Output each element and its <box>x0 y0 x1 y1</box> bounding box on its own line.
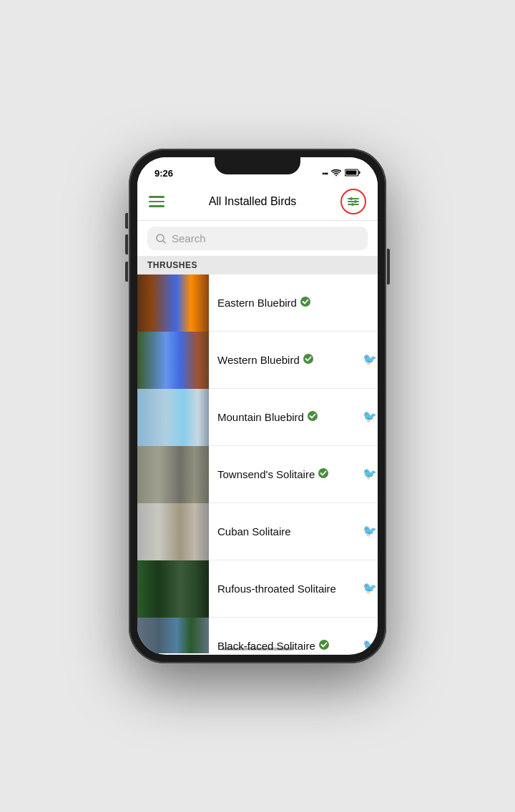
bird-info: Eastern Bluebird <box>209 274 378 331</box>
status-icons: ▪▪▪ <box>322 167 360 179</box>
bird-list-item[interactable]: Rufous-throated Solitaire 🐦 <box>137 560 378 618</box>
svg-point-9 <box>319 640 329 650</box>
search-input[interactable]: Search <box>172 232 206 244</box>
bird-name: Eastern Bluebird <box>217 297 297 309</box>
bird-name: Townsend's Solitaire <box>217 468 315 480</box>
bird-info: Rufous-throated Solitaire <box>209 560 378 617</box>
svg-point-5 <box>300 297 310 307</box>
bird-list-item[interactable]: Eastern Bluebird <box>137 274 378 332</box>
scroll-bird-icon: 🐦 <box>363 410 376 425</box>
bird-image <box>137 618 209 653</box>
bird-name: Western Bluebird <box>217 354 300 366</box>
bird-info: Western Bluebird <box>209 332 378 388</box>
bird-image <box>137 332 209 389</box>
menu-line-1 <box>149 196 165 198</box>
bird-name: Rufous-throated Solitaire <box>217 583 336 595</box>
bird-image <box>137 446 209 503</box>
installed-icon <box>318 639 330 653</box>
filter-line-1 <box>348 198 359 199</box>
menu-button[interactable] <box>149 196 165 207</box>
scroll-bird-icon: 🐦 <box>363 467 376 482</box>
bird-image <box>137 503 209 560</box>
search-bar[interactable]: Search <box>147 227 368 250</box>
page-title: All Installed Birds <box>209 195 297 208</box>
installed-icon <box>303 353 314 367</box>
svg-point-6 <box>303 354 313 364</box>
filter-icon <box>348 198 359 205</box>
search-icon <box>156 234 166 244</box>
home-indicator <box>222 648 293 650</box>
status-time: 9:26 <box>154 168 173 179</box>
svg-rect-1 <box>359 172 360 174</box>
notch <box>215 157 300 174</box>
installed-icon <box>300 296 311 310</box>
bird-list-item[interactable]: Mountain Bluebird 🐦 <box>137 389 378 446</box>
bird-info: Townsend's Solitaire <box>209 446 378 502</box>
bird-list-item[interactable]: Cuban Solitaire 🐦 <box>137 503 378 560</box>
bird-name: Mountain Bluebird <box>217 411 304 423</box>
wifi-icon <box>331 167 341 179</box>
signal-icon: ▪▪▪ <box>322 169 328 177</box>
scroll-bird-icon: 🐦 <box>363 638 376 654</box>
filter-line-2 <box>348 201 359 202</box>
bird-image <box>137 560 209 618</box>
scroll-bird-icon: 🐦 <box>363 524 376 540</box>
installed-icon <box>318 467 329 481</box>
svg-rect-2 <box>346 171 357 175</box>
svg-line-4 <box>163 241 165 243</box>
app-header: All Installed Birds <box>137 183 378 221</box>
bird-image <box>137 274 209 332</box>
search-container: Search <box>137 221 378 256</box>
scroll-bird-icon: 🐦 <box>363 581 376 597</box>
bird-info: Mountain Bluebird <box>209 389 378 445</box>
scroll-bird-icon: 🐦 <box>363 352 376 368</box>
menu-line-3 <box>149 205 165 207</box>
bird-info: Cuban Solitaire <box>209 503 378 560</box>
bird-list: Eastern Bluebird Western Bluebird 🐦 <box>137 274 378 653</box>
bird-list-item[interactable]: Western Bluebird 🐦 <box>137 332 378 389</box>
installed-icon <box>307 410 318 424</box>
filter-button[interactable] <box>340 189 366 214</box>
svg-point-8 <box>318 468 328 478</box>
svg-point-7 <box>308 411 318 421</box>
filter-line-3 <box>348 204 359 205</box>
bird-image <box>137 389 209 446</box>
menu-line-2 <box>149 201 165 203</box>
section-header-thrushes: THRUSHES <box>137 256 378 274</box>
bird-name: Cuban Solitaire <box>217 525 291 538</box>
bird-list-item[interactable]: Townsend's Solitaire 🐦 <box>137 446 378 503</box>
battery-icon <box>345 167 360 179</box>
